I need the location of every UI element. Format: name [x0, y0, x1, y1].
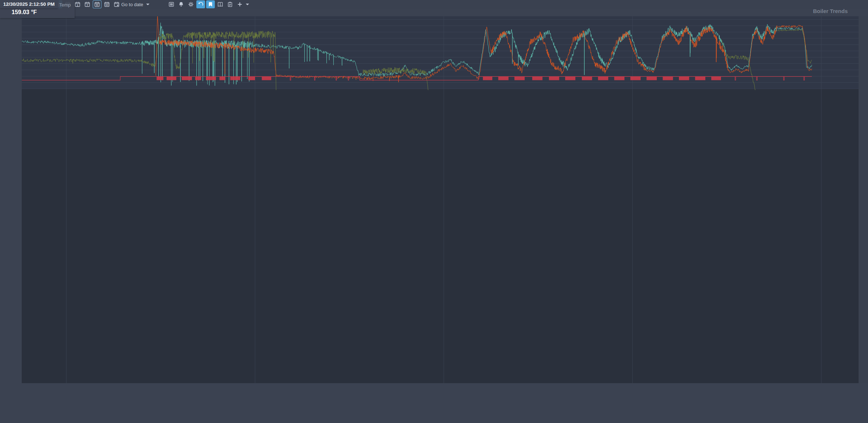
- trend-chart[interactable]: [0, 0, 868, 423]
- tooltip-series-swatch: [4, 10, 9, 15]
- cursor-time-badge: 12/30/2025 2:12:50 PM: [0, 0, 58, 8]
- tooltip-value: 159.03 °F: [12, 9, 37, 16]
- page-title: Boiler Trends: [813, 8, 848, 14]
